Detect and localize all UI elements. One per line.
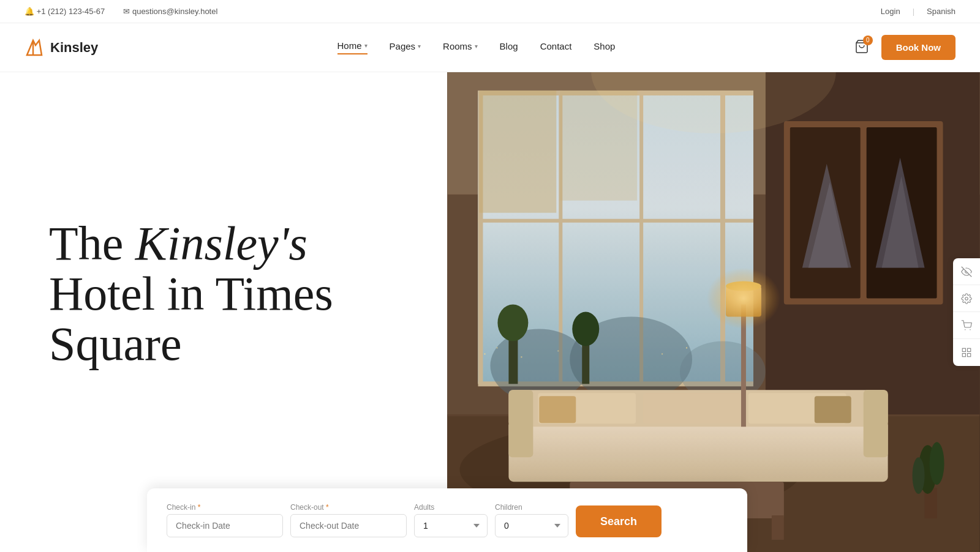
settings-tool[interactable]	[953, 285, 980, 312]
topbar: 🔔 +1 (212) 123-45-67 ✉ questions@kinsley…	[0, 0, 980, 23]
envelope-icon: ✉	[123, 7, 132, 16]
adults-select[interactable]: 1 2 3 4	[414, 514, 488, 537]
main-content: The Kinsley's Hotel in TimesSquare	[0, 72, 980, 552]
checkin-required: *	[198, 503, 201, 512]
nav-pages-label: Pages	[390, 41, 416, 51]
checkout-label: Check-out *	[290, 503, 407, 512]
logo[interactable]: Kinsley	[24, 38, 98, 58]
topbar-right: Login | Spanish	[881, 7, 956, 16]
checkin-field: Check-in *	[167, 503, 283, 537]
checkout-field: Check-out *	[290, 503, 407, 537]
hero-title: The Kinsley's Hotel in TimesSquare	[49, 218, 410, 369]
nav-shop-label: Shop	[594, 41, 615, 51]
svg-marker-0	[27, 40, 42, 55]
login-link[interactable]: Login	[881, 7, 900, 16]
logo-text: Kinsley	[50, 40, 98, 56]
header-right: 0 Book Now	[854, 35, 956, 60]
gear-icon	[961, 293, 972, 304]
bell-icon: 🔔	[24, 7, 37, 16]
svg-rect-61	[448, 72, 980, 552]
grid-tool[interactable]	[953, 339, 980, 366]
children-select[interactable]: 0 1 2 3	[495, 514, 568, 537]
nav-rooms[interactable]: Rooms ▾	[443, 41, 478, 54]
svg-point-65	[970, 329, 971, 330]
nav-blog-label: Blog	[500, 41, 518, 51]
svg-rect-67	[968, 348, 971, 351]
cart-button[interactable]: 0	[854, 39, 869, 56]
room-image	[447, 72, 980, 552]
cart-badge: 0	[863, 35, 873, 45]
eye-slash-tool[interactable]	[953, 258, 980, 285]
email-address: questions@kinsley.hotel	[132, 7, 217, 16]
svg-rect-68	[962, 354, 965, 357]
chevron-down-icon: ▾	[418, 43, 421, 50]
checkin-input[interactable]	[167, 514, 283, 537]
nav-home-label: Home	[337, 40, 362, 51]
cart-tool[interactable]	[953, 312, 980, 339]
checkout-input[interactable]	[290, 514, 407, 537]
svg-point-63	[965, 297, 968, 300]
children-field: Children 0 1 2 3	[495, 503, 568, 537]
email-info: ✉ questions@kinsley.hotel	[123, 7, 217, 16]
eye-slash-icon	[961, 266, 972, 277]
svg-rect-69	[968, 354, 971, 357]
main-nav: Home ▾ Pages ▾ Rooms ▾ Blog Contact Shop	[337, 40, 616, 54]
book-now-button[interactable]: Book Now	[881, 35, 956, 60]
nav-contact-label: Contact	[540, 41, 572, 51]
children-label: Children	[495, 503, 568, 512]
adults-label: Adults	[414, 503, 488, 512]
divider: |	[913, 7, 914, 16]
phone-number: +1 (212) 123-45-67	[37, 7, 105, 16]
nav-blog[interactable]: Blog	[500, 41, 518, 54]
hero-title-italic: Kinsley's	[135, 217, 307, 270]
nav-home[interactable]: Home ▾	[337, 40, 368, 54]
logo-icon	[24, 38, 44, 58]
side-tools-panel	[953, 258, 980, 366]
phone-info: 🔔 +1 (212) 123-45-67	[24, 7, 105, 16]
search-button[interactable]: Search	[576, 505, 662, 537]
shopping-cart-icon	[961, 320, 972, 331]
svg-point-64	[965, 329, 966, 330]
nav-rooms-label: Rooms	[443, 41, 472, 51]
hero-right-panel	[447, 72, 980, 552]
svg-rect-66	[962, 348, 965, 351]
topbar-left: 🔔 +1 (212) 123-45-67 ✉ questions@kinsley…	[24, 7, 217, 16]
hero-title-part2: Hotel in TimesSquare	[49, 267, 333, 370]
hero-left-panel: The Kinsley's Hotel in TimesSquare	[0, 72, 447, 552]
checkin-label: Check-in *	[167, 503, 283, 512]
header: Kinsley Home ▾ Pages ▾ Rooms ▾ Blog Cont…	[0, 23, 980, 72]
chevron-down-icon: ▾	[475, 43, 478, 50]
grid-icon	[961, 347, 972, 358]
booking-bar: Check-in * Check-out * Adults 1 2 3 4 Ch…	[147, 488, 747, 552]
chevron-down-icon: ▾	[364, 42, 368, 49]
nav-pages[interactable]: Pages ▾	[390, 41, 421, 54]
nav-contact[interactable]: Contact	[540, 41, 572, 54]
nav-shop[interactable]: Shop	[594, 41, 615, 54]
hero-title-part1: The	[49, 217, 135, 270]
checkout-required: *	[326, 503, 329, 512]
adults-field: Adults 1 2 3 4	[414, 503, 488, 537]
language-link[interactable]: Spanish	[927, 7, 956, 16]
